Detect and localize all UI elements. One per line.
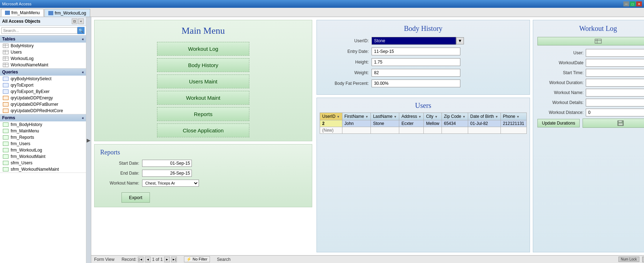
col-header-address: Address ▼ xyxy=(399,113,424,120)
weight-input[interactable] xyxy=(372,69,460,77)
reports-title: Reports xyxy=(100,149,306,156)
table-icon-bodyhistory xyxy=(3,44,9,48)
userid-input[interactable] xyxy=(372,37,456,45)
search-input[interactable] xyxy=(1,27,77,34)
sidebar-item-label: Users xyxy=(11,50,22,55)
no-filter-button[interactable]: ⚡ No Filter xyxy=(184,256,210,262)
weight-label: Weight: xyxy=(323,70,369,75)
sidebar: All Access Objects ⊡ « 🔍 Tables « BodyHi… xyxy=(0,17,86,263)
cell-empty-2 xyxy=(371,127,399,134)
wl-distance-row: Workout Distance: xyxy=(537,109,644,116)
cell-empty-6 xyxy=(468,127,500,134)
collapse-handle[interactable]: ▶ xyxy=(86,17,91,263)
sidebar-item-sfrm-users[interactable]: sfrm_Users xyxy=(0,160,86,166)
reports-panel: Reports Start Date: End Date: Workout Na… xyxy=(94,144,312,207)
wl-details-input[interactable] xyxy=(586,99,644,106)
sidebar-item-label: WorkoutLog xyxy=(11,56,33,61)
wl-starttime-input[interactable] xyxy=(586,69,644,77)
sidebar-item-bodyhistory[interactable]: BodyHistory xyxy=(0,43,86,49)
cell-zipcode: 65434 xyxy=(442,120,468,127)
sidebar-item-workoutnamemaint[interactable]: WorkoutNameMaint xyxy=(0,62,86,68)
close-button[interactable]: ✕ xyxy=(636,1,642,6)
new-record-button[interactable] xyxy=(537,37,644,45)
wl-user-select[interactable] xyxy=(586,49,644,57)
users-panel: Users UserID ▼ FirstName ▼ LastName ▼ Ad… xyxy=(316,98,530,252)
sidebar-section-header-forms[interactable]: Forms « xyxy=(0,114,86,121)
sidebar-item-frm-workoutmaint[interactable]: frm_WorkoutMaint xyxy=(0,153,86,160)
cell-empty-7 xyxy=(500,127,526,134)
wl-workoutname-select[interactable] xyxy=(586,89,644,97)
sidebar-item-qrytoexport[interactable]: qryToExport xyxy=(0,82,86,88)
mid-column: Body History UserID: ▼ Entry Date: Heigh… xyxy=(315,17,531,255)
sidebar-item-frm-bodyhistory[interactable]: frm_BodyHistory xyxy=(0,121,86,128)
nav-first-button[interactable]: |◄ xyxy=(138,257,144,262)
wl-workoutdate-label: WorkoutDate xyxy=(537,60,584,65)
sidebar-item-qrybodyhistoryselect[interactable]: qryBodyHistorySelect xyxy=(0,76,86,82)
reports-button[interactable]: Reports xyxy=(157,107,249,121)
sort-arrow-userid: ▼ xyxy=(337,115,340,119)
users-maint-button[interactable]: Users Maint xyxy=(157,75,249,88)
nav-next-button[interactable]: ► xyxy=(164,257,170,262)
sidebar-item-users[interactable]: Users xyxy=(0,49,86,55)
sidebar-item-qryupdateddpenergy[interactable]: qryUpdateDDPEnergy xyxy=(0,95,86,101)
sidebar-icon-btn-2[interactable]: « xyxy=(78,18,84,24)
sidebar-item-frm-mainmenu[interactable]: frm_MainMenu xyxy=(0,128,86,134)
cell-userid: 2 xyxy=(320,120,342,127)
users-table: UserID ▼ FirstName ▼ LastName ▼ Address … xyxy=(320,113,527,134)
reports-workout-name-row: Workout Name: Chest, Triceps Ar xyxy=(100,180,306,187)
sidebar-icon-btn-1[interactable]: ⊡ xyxy=(72,18,77,24)
wl-duration-input[interactable] xyxy=(586,79,644,87)
save-icon xyxy=(617,120,624,126)
sidebar-item-frm-users[interactable]: frm_Users xyxy=(0,141,86,147)
table-icon-workoutnamemaint xyxy=(3,63,9,67)
update-durations-button[interactable]: Update Durations xyxy=(537,119,580,127)
title-bar-left: Microsoft Access xyxy=(2,2,32,6)
query-icon-6 xyxy=(3,109,9,113)
workout-name-select[interactable]: Chest, Triceps Ar xyxy=(142,180,199,187)
maximize-button[interactable]: □ xyxy=(630,1,635,6)
new-record-btn-wrapper xyxy=(537,37,644,45)
sort-arrow-firstname: ▼ xyxy=(365,115,368,119)
start-date-input[interactable] xyxy=(142,160,192,167)
tab-frm-workoutlog[interactable]: frm_WorkoutLog xyxy=(44,9,90,17)
sidebar-item-qrytoexport-byexer[interactable]: qryToExport_ByExer xyxy=(0,88,86,95)
sidebar-item-frm-workoutlog[interactable]: frm_WorkoutLog xyxy=(0,147,86,153)
export-button[interactable]: Export xyxy=(121,192,150,203)
entry-date-input[interactable] xyxy=(372,48,460,55)
body-fat-input[interactable] xyxy=(372,80,460,87)
userid-dropdown-button[interactable]: ▼ xyxy=(456,37,464,44)
sidebar-section-header-queries[interactable]: Queries « xyxy=(0,69,86,76)
sidebar-scroll[interactable]: Tables « BodyHistory Users WorkoutLog xyxy=(0,35,86,263)
sidebar-item-label: WorkoutNameMaint xyxy=(11,62,48,67)
query-icon-1 xyxy=(3,77,9,81)
tab-icon-mainmenu xyxy=(5,11,10,15)
sidebar-item-workoutlog[interactable]: WorkoutLog xyxy=(0,55,86,62)
end-date-input[interactable] xyxy=(142,170,192,177)
sidebar-item-sfrm-workoutnamemaint[interactable]: sfrm_WorkoutNameMaint xyxy=(0,166,86,172)
record-current: 1 of 1 xyxy=(152,257,163,262)
wl-workoutdate-input[interactable] xyxy=(586,59,644,67)
wl-distance-input[interactable] xyxy=(586,109,644,116)
workout-maint-button[interactable]: Workout Maint xyxy=(157,91,249,105)
status-icon-1[interactable]: ⊞ xyxy=(642,257,644,262)
cell-phone: 212121131 xyxy=(500,120,526,127)
minimize-button[interactable]: ─ xyxy=(623,1,629,6)
table-row[interactable]: 2 John Stone Ecxter Mellow 65434 01-Jul-… xyxy=(320,120,527,127)
record-nav: Record: |◄ ◄ 1 of 1 ► ►| xyxy=(121,257,177,262)
sidebar-section-header-tables[interactable]: Tables « xyxy=(0,35,86,43)
save-button[interactable] xyxy=(583,119,644,128)
nav-prev-button[interactable]: ◄ xyxy=(145,257,151,262)
body-history-button[interactable]: Body History xyxy=(157,58,249,72)
sidebar-item-qryupdateddpfatburner[interactable]: qryUpdateDDPFatBurner xyxy=(0,101,86,108)
table-new-row[interactable]: (New) xyxy=(320,127,527,134)
tab-frm-mainmenu[interactable]: frm_MainMenu xyxy=(1,9,44,17)
height-input[interactable] xyxy=(372,58,460,66)
form-view-label: Form View xyxy=(94,257,114,262)
sidebar-item-qryupdateddpredhotcore[interactable]: qryUpdateDDPRedHotCore xyxy=(0,108,86,114)
nav-last-button[interactable]: ►| xyxy=(171,257,177,262)
close-application-button[interactable]: Close Application xyxy=(157,124,249,137)
workout-log-button[interactable]: Workout Log xyxy=(157,42,249,56)
new-record-icon xyxy=(595,39,602,44)
sidebar-item-frm-reports[interactable]: frm_Reports xyxy=(0,134,86,141)
search-button[interactable]: 🔍 xyxy=(77,27,85,34)
